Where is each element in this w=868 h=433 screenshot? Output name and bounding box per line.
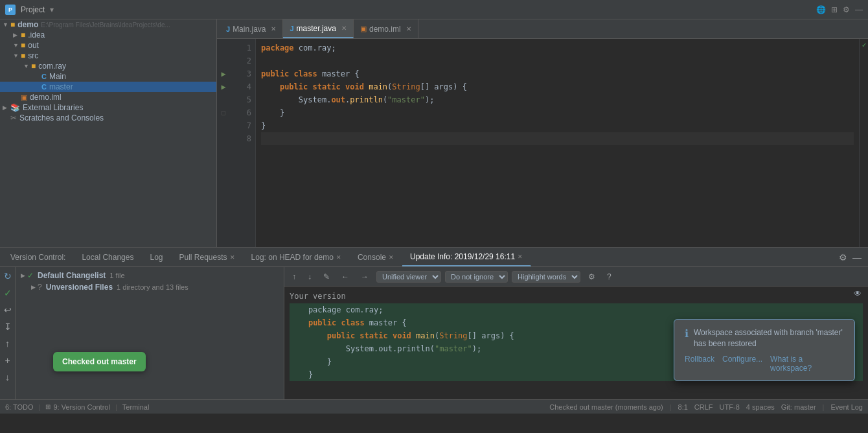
edit-diff-btn[interactable]: ✎ xyxy=(319,271,334,283)
tab-label-main: Main.java xyxy=(233,25,266,34)
status-terminal[interactable]: Terminal xyxy=(122,403,150,411)
forward-btn[interactable]: → xyxy=(357,271,372,283)
editor-area: ▼ ■ demo E:\Program Files\JetBrains\Idea… xyxy=(0,19,868,247)
expand-icon-src: ▼ xyxy=(13,53,19,59)
status-line-col[interactable]: 8:1 xyxy=(678,403,688,411)
diff-line-1: package com.ray; xyxy=(290,303,863,316)
diff-settings-btn[interactable]: ⚙ xyxy=(584,271,599,283)
tab-close-main[interactable]: ✕ xyxy=(271,25,276,32)
tab-pull-requests[interactable]: Pull Requests ✕ xyxy=(171,248,243,266)
tree-label-scratch: Scratches and Consoles xyxy=(19,113,104,123)
settings-icon[interactable]: ⚙ xyxy=(843,5,850,14)
tree-item-ext-libs[interactable]: ▶ 📚 External Libraries xyxy=(0,102,216,113)
tree-item-out[interactable]: ▼ ■ out xyxy=(0,40,216,51)
tree-item-scratches[interactable]: ✂ Scratches and Consoles xyxy=(0,113,216,123)
tab-ui-close[interactable]: ✕ xyxy=(518,253,523,260)
folder-icon-comray: ■ xyxy=(31,62,36,71)
status-event-log[interactable]: Event Log xyxy=(830,403,863,411)
tab-lh-label: Log: on HEAD for demo xyxy=(251,253,334,262)
minimize-icon[interactable]: — xyxy=(855,5,863,14)
expand-icon-idea: ▶ xyxy=(13,32,19,38)
tab-update-info[interactable]: Update Info: 2019/12/29 16:11 ✕ xyxy=(402,248,531,266)
tree-item-demo[interactable]: ▼ ■ demo E:\Program Files\JetBrains\Idea… xyxy=(0,19,216,30)
changes-toolbar: ↻ ✓ ↩ ↧ ↑ + ↓ xyxy=(0,267,16,399)
tab-console-close[interactable]: ✕ xyxy=(389,254,394,261)
rollback-btn[interactable]: ↩ xyxy=(1,303,14,316)
tree-label-demo: demo xyxy=(17,20,38,29)
rollback-link[interactable]: Rollback xyxy=(685,355,714,373)
info-icon: ℹ xyxy=(685,327,689,340)
eye-icon[interactable]: 👁 xyxy=(854,289,862,298)
status-encoding[interactable]: UTF-8 xyxy=(720,403,740,411)
what-is-link[interactable]: What is a workspace? xyxy=(770,355,844,373)
status-crlf[interactable]: CRLF xyxy=(694,403,713,411)
world-icon[interactable]: 🌐 xyxy=(816,5,826,14)
shelve-btn[interactable]: ↧ xyxy=(1,320,14,333)
tree-label-main: Main xyxy=(49,72,66,81)
tab-master-java[interactable]: J master.java ✕ xyxy=(283,19,353,38)
folder-icon-out: ■ xyxy=(21,41,25,50)
check-btn[interactable]: ✓ xyxy=(1,287,14,299)
tab-close-master[interactable]: ✕ xyxy=(341,25,347,32)
status-indent[interactable]: 4 spaces xyxy=(746,403,775,411)
tab-lh-close[interactable]: ✕ xyxy=(336,254,341,261)
refresh-btn[interactable]: ↻ xyxy=(1,270,14,283)
gutter-ok-icon: ✓ xyxy=(862,41,867,49)
code-editor[interactable]: ▶ ▶ □ 12345678 package com.ray; xyxy=(217,39,868,247)
remove-btn[interactable]: ↓ xyxy=(1,371,14,384)
prev-diff-btn[interactable]: ↑ xyxy=(288,271,300,283)
add-btn[interactable]: + xyxy=(1,354,14,367)
code-content[interactable]: package com.ray; public class master { p… xyxy=(256,39,859,247)
tab-main-java[interactable]: J Main.java ✕ xyxy=(220,19,283,38)
expand-unversioned: ▶ xyxy=(31,284,38,290)
diff-help-btn[interactable]: ? xyxy=(603,271,615,283)
layout-icon[interactable]: ⊞ xyxy=(831,5,838,14)
tab-console[interactable]: Console ✕ xyxy=(350,248,402,266)
tab-log-head[interactable]: Log: on HEAD for demo ✕ xyxy=(244,248,350,266)
next-diff-btn[interactable]: ↓ xyxy=(304,271,315,283)
back-btn[interactable]: ← xyxy=(337,271,353,283)
highlight-select[interactable]: Highlight words xyxy=(512,271,580,283)
line-numbers: 12345678 xyxy=(230,39,256,247)
tree-item-src[interactable]: ▼ ■ src xyxy=(0,51,216,61)
notif-text: Workspace associated with branch 'master… xyxy=(694,327,843,349)
expand-icon-out: ▼ xyxy=(13,42,19,49)
tree-item-comray[interactable]: ▼ ■ com.ray xyxy=(0,61,216,71)
tab-log[interactable]: Log xyxy=(142,248,171,266)
ignore-select[interactable]: Do not ignore xyxy=(445,271,508,283)
tab-ui-label: Update Info: 2019/12/29 16:11 xyxy=(410,252,515,261)
tab-version-control[interactable]: Version Control: xyxy=(3,248,74,266)
close-bottom-panel[interactable]: — xyxy=(851,251,863,264)
scratch-icon: ✂ xyxy=(10,113,17,123)
project-tree: ▼ ■ demo E:\Program Files\JetBrains\Idea… xyxy=(0,19,217,247)
configure-link[interactable]: Configure... xyxy=(722,355,762,373)
settings-btn[interactable]: ⚙ xyxy=(838,251,849,264)
expand-default: ▶ xyxy=(21,272,27,279)
vc-icon: ⊞ xyxy=(45,403,51,410)
tree-item-demoiML[interactable]: ▣ demo.iml xyxy=(0,92,216,102)
move-btn[interactable]: ↑ xyxy=(1,337,14,350)
status-divider-1: | xyxy=(39,403,41,411)
status-todo[interactable]: 6: TODO xyxy=(5,403,34,411)
lib-icon: 📚 xyxy=(10,103,20,112)
tab-local-changes[interactable]: Local Changes xyxy=(74,248,142,266)
diff-toolbar: ↑ ↓ ✎ ← → Unified viewer Do not ignore H… xyxy=(284,267,868,287)
tab-label-master: master.java xyxy=(297,24,336,33)
status-checked-out: Checked out master (moments ago) xyxy=(549,403,663,411)
changes-default-changelist[interactable]: ▶ ✓ Default Changelist 1 file xyxy=(16,270,284,281)
java-icon-main: C xyxy=(41,73,47,80)
viewer-select[interactable]: Unified viewer xyxy=(376,271,441,283)
tree-path: E:\Program Files\JetBrains\IdeaProjects\… xyxy=(41,21,170,29)
status-version-control[interactable]: ⊞ 9: Version Control xyxy=(45,403,109,411)
tree-item-main[interactable]: C Main xyxy=(0,71,216,82)
tab-close-demoiML[interactable]: ✕ xyxy=(406,25,411,32)
tab-demo-iml[interactable]: ▣ demo.iml ✕ xyxy=(354,19,418,38)
title-text: Project xyxy=(21,5,45,14)
tree-item-master[interactable]: C master xyxy=(0,82,216,92)
status-git[interactable]: Git: master xyxy=(781,403,816,411)
tab-pr-close[interactable]: ✕ xyxy=(230,254,235,261)
project-dropdown-icon[interactable]: ▾ xyxy=(50,5,54,14)
changes-unversioned[interactable]: ▶ ? Unversioned Files 1 directory and 13… xyxy=(16,281,284,293)
tree-item-idea[interactable]: ▶ ■ .idea xyxy=(0,30,216,40)
checkout-tooltip: Checked out master xyxy=(53,352,146,371)
